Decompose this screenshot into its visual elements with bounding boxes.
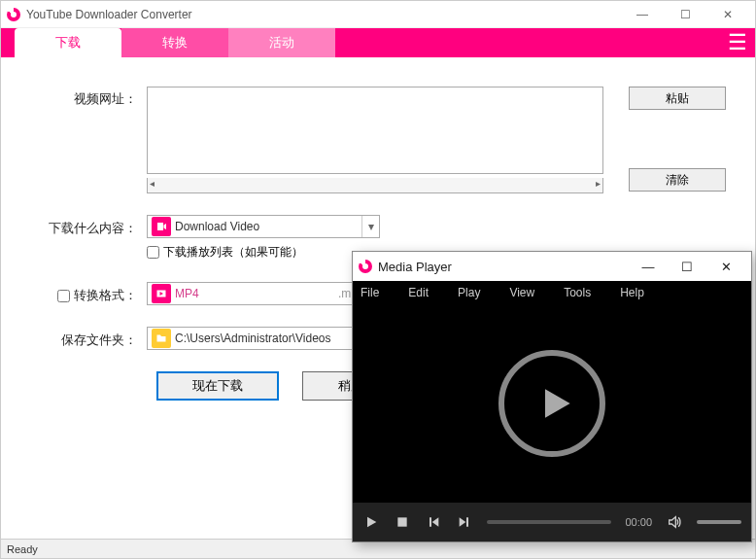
minimize-button[interactable]: — (621, 2, 664, 27)
prev-button[interactable] (425, 513, 442, 531)
titlebar: YouTube Downloader Converter — ☐ ✕ (1, 1, 755, 28)
mp-menu-file[interactable]: File (361, 286, 379, 299)
row-video-url: 视频网址： ◂▸ 粘贴 清除 (30, 87, 726, 193)
maximize-button[interactable]: ☐ (664, 2, 706, 27)
play-button[interactable] (362, 513, 380, 531)
chevron-down-icon[interactable]: ▾ (361, 216, 379, 237)
tab-convert[interactable]: 转换 (121, 28, 228, 57)
label-video-url: 视频网址： (30, 87, 147, 108)
playlist-checkbox-label: 下载播放列表（如果可能） (163, 244, 303, 261)
label-download-what: 下载什么内容： (30, 216, 147, 237)
format-value: MP4 (175, 287, 338, 300)
textarea-scrollbar[interactable]: ◂▸ (147, 178, 603, 193)
label-convert-format: 转换格式： (30, 283, 147, 304)
mp-menu-tools[interactable]: Tools (564, 286, 591, 299)
download-playlist-checkbox[interactable]: 下载播放列表（如果可能） (147, 244, 303, 261)
window-controls: — ☐ ✕ (621, 2, 749, 27)
media-player-icon (359, 260, 372, 273)
media-player-window: Media Player — ☐ ✕ File Edit Play View T… (352, 251, 752, 542)
big-play-button[interactable] (498, 350, 605, 457)
format-select[interactable]: MP4 .mp ▾ (147, 282, 380, 305)
svg-rect-0 (397, 517, 406, 526)
label-save-folder: 保存文件夹： (30, 328, 147, 349)
url-box: ◂▸ (147, 87, 619, 193)
folder-icon (152, 329, 171, 348)
window-title: YouTube Downloader Converter (26, 8, 621, 21)
media-player-video-area (353, 304, 751, 503)
mp-menu-edit[interactable]: Edit (408, 286, 429, 299)
app-icon (7, 8, 20, 21)
download-mode-value: Download Video (175, 220, 361, 233)
media-player-titlebar: Media Player — ☐ ✕ (353, 252, 751, 281)
media-player-menubar: File Edit Play View Tools Help (353, 281, 751, 304)
close-button[interactable]: ✕ (706, 2, 749, 27)
media-player-controls: 00:00 (353, 503, 751, 542)
format-icon (152, 284, 171, 303)
paste-button[interactable]: 粘贴 (629, 87, 726, 110)
mp-menu-play[interactable]: Play (458, 286, 480, 299)
tab-download[interactable]: 下载 (15, 28, 121, 57)
volume-bar[interactable] (697, 520, 741, 524)
download-now-button[interactable]: 现在下载 (156, 371, 279, 401)
next-button[interactable] (456, 513, 473, 531)
time-display: 00:00 (625, 516, 652, 528)
download-mode-select[interactable]: Download Video ▾ (147, 215, 380, 238)
mp-menu-view[interactable]: View (509, 286, 534, 299)
seek-bar[interactable] (487, 520, 611, 524)
row-download-what: 下载什么内容： Download Video ▾ (30, 215, 726, 238)
video-url-input[interactable] (147, 87, 603, 174)
video-icon (152, 217, 171, 236)
mp-close-button[interactable]: ✕ (706, 260, 745, 274)
mp-menu-help[interactable]: Help (620, 286, 644, 299)
hamburger-menu-icon[interactable]: ☰ (728, 30, 747, 55)
convert-format-checkbox[interactable] (57, 290, 70, 302)
playlist-checkbox-input[interactable] (147, 246, 159, 259)
url-side-buttons: 粘贴 清除 (629, 87, 726, 192)
tab-activity[interactable]: 活动 (228, 28, 335, 57)
volume-button[interactable] (666, 513, 683, 531)
mp-minimize-button[interactable]: — (629, 260, 668, 274)
stop-button[interactable] (394, 513, 411, 531)
clear-button[interactable]: 清除 (629, 168, 726, 192)
media-player-title: Media Player (378, 260, 629, 274)
tab-bar: 下载 转换 活动 ☰ (1, 28, 755, 57)
play-icon (534, 382, 577, 425)
mp-maximize-button[interactable]: ☐ (668, 260, 706, 274)
